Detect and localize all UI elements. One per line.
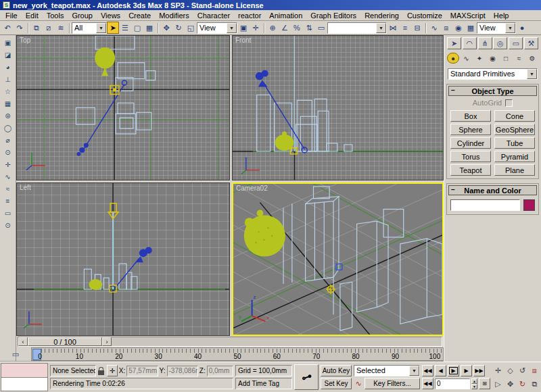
reactor-spring-icon[interactable]: ⊜ <box>2 110 14 121</box>
tab-display[interactable]: ▭ <box>509 37 523 49</box>
maxscript-mini-listener[interactable] <box>1 363 48 391</box>
material-editor-icon[interactable]: ◉ <box>452 22 465 34</box>
rectangular-selection-region-icon[interactable]: ▢ <box>131 22 143 34</box>
use-pivot-center-icon[interactable]: ▣ <box>237 22 250 34</box>
viewport-camera[interactable]: Camera02 <box>232 182 444 336</box>
spinner-up-icon[interactable]: ▲ <box>471 378 477 384</box>
menu-item[interactable]: Create <box>124 11 155 20</box>
percent-snap-icon[interactable]: % <box>291 22 303 34</box>
reactor-plane-icon[interactable]: ▦ <box>2 98 14 109</box>
chevron-down-icon[interactable]: ▼ <box>409 366 419 376</box>
previous-frame-button[interactable]: ◀ <box>435 365 446 376</box>
bind-to-space-warp-icon[interactable]: ≋ <box>55 22 67 34</box>
viewport-left[interactable]: Left <box>16 182 230 336</box>
selection-filter-dropdown[interactable]: All ▼ <box>72 22 107 34</box>
pan-view-icon[interactable]: ✥ <box>504 378 516 391</box>
track-bar-ruler[interactable]: 0102030405060708090100 <box>31 347 444 361</box>
menu-item[interactable]: Character <box>193 11 234 20</box>
y-coordinate-field[interactable]: -378,086mm <box>167 366 198 376</box>
menu-item[interactable]: Edit <box>22 11 43 20</box>
viewport-front[interactable]: Front <box>232 35 444 180</box>
chevron-down-icon[interactable]: ▼ <box>96 23 106 33</box>
reactor-toy-car-icon[interactable]: ≡ <box>2 195 14 206</box>
menu-item[interactable]: Customize <box>403 11 446 20</box>
menu-item[interactable]: Rendering <box>360 11 403 20</box>
tab-motion[interactable]: ◎ <box>493 37 507 49</box>
chevron-down-icon[interactable]: ▼ <box>376 23 386 33</box>
mirror-icon[interactable]: ⋈ <box>387 22 399 34</box>
object-type-button[interactable]: Pyramid <box>494 151 535 162</box>
edit-named-selections-icon[interactable]: ▭ <box>315 22 327 34</box>
tab-modify[interactable]: ◠ <box>463 37 477 49</box>
object-type-button[interactable]: GeoSphere <box>494 124 535 135</box>
time-slider-thumb[interactable]: 0 / 100 <box>28 337 102 346</box>
primitive-category-dropdown[interactable]: Standard Primitives ▼ <box>448 68 538 80</box>
tab-create[interactable]: ➤ <box>447 37 461 49</box>
time-configuration-button[interactable]: ⊞ <box>479 378 490 389</box>
create-cameras-icon[interactable]: ◉ <box>487 53 499 64</box>
tab-hierarchy[interactable]: ⋔ <box>478 37 492 49</box>
reactor-rope-icon[interactable]: ⊥ <box>2 74 14 84</box>
reactor-motor-icon[interactable]: ⊙ <box>2 147 14 157</box>
menu-item[interactable]: Animation <box>265 11 306 20</box>
object-color-swatch[interactable] <box>523 199 535 211</box>
set-key-button[interactable]: Set Key <box>321 378 352 389</box>
x-coordinate-field[interactable]: 57,57mm <box>126 366 158 376</box>
reactor-soft-body-icon[interactable]: ◕ <box>2 62 14 72</box>
frame-spinner[interactable]: ▲▼ <box>471 378 477 389</box>
object-type-button[interactable]: Teapot <box>450 164 491 176</box>
select-and-link-icon[interactable]: ⧉ <box>30 22 43 34</box>
menu-item[interactable]: Tools <box>43 11 68 20</box>
tab-utilities[interactable]: ⚒ <box>524 37 538 49</box>
object-type-button[interactable]: Tube <box>494 137 535 149</box>
reactor-capsule-icon[interactable]: ◯ <box>2 122 14 133</box>
select-and-scale-icon[interactable]: ◱ <box>185 22 197 34</box>
selection-lock-toggle[interactable] <box>97 367 105 375</box>
render-scene-icon[interactable]: ▦ <box>465 22 477 34</box>
viewport-label[interactable]: Camera02 <box>236 185 268 192</box>
default-tangents-icon[interactable]: ∿ <box>354 379 363 388</box>
listener-script-row[interactable] <box>1 378 47 391</box>
select-by-name-icon[interactable]: ☰ <box>119 22 131 34</box>
reactor-cloth-icon[interactable]: ◪ <box>2 49 14 60</box>
set-keys-button[interactable]: ⊶ <box>294 364 319 390</box>
reactor-water-icon[interactable]: ∿ <box>2 171 14 182</box>
viewport-label[interactable]: Top <box>20 36 30 44</box>
reactor-wind-icon[interactable]: ≈ <box>2 183 14 194</box>
viewport-top[interactable]: Top <box>16 35 230 180</box>
quick-render-icon[interactable]: ● <box>516 22 528 34</box>
create-shapes-icon[interactable]: ∿ <box>461 53 473 64</box>
menu-item[interactable]: Modifiers <box>155 11 193 20</box>
chevron-down-icon[interactable]: ▼ <box>227 23 237 33</box>
select-and-move-icon[interactable]: ✥ <box>160 22 172 34</box>
name-color-rollout-header[interactable]: − Name and Color <box>448 185 537 195</box>
layer-manager-icon[interactable]: ⊟ <box>411 22 423 34</box>
create-geometry-icon[interactable]: ● <box>447 53 459 64</box>
previous-frame-arrow-icon[interactable]: ‹ <box>18 337 28 346</box>
autogrid-checkbox[interactable] <box>505 99 513 107</box>
menu-item[interactable]: Graph Editors <box>306 11 360 20</box>
reactor-constraint-icon[interactable]: ⌀ <box>2 134 14 145</box>
object-type-button[interactable]: Sphere <box>450 124 491 135</box>
key-filters-button[interactable]: Key Filters... <box>364 378 420 389</box>
schematic-view-icon[interactable]: ⧈ <box>440 22 452 34</box>
snap-toggle-icon[interactable]: ⊕ <box>266 22 279 34</box>
redo-icon[interactable]: ↷ <box>14 22 26 34</box>
listener-macro-row[interactable] <box>1 364 47 378</box>
create-helpers-icon[interactable]: □ <box>500 53 512 64</box>
time-slider-track[interactable]: ‹ 0 / 100 › <box>18 337 442 347</box>
menu-item[interactable]: Views <box>97 11 124 20</box>
reactor-deform-mesh-icon[interactable]: ☆ <box>2 86 14 97</box>
menu-item[interactable]: Help <box>490 11 513 20</box>
named-selection-dropdown[interactable]: ▼ <box>327 22 387 34</box>
create-spacewarps-icon[interactable]: ≈ <box>513 53 525 64</box>
current-frame-field[interactable]: 0 <box>435 378 470 389</box>
go-to-start-button[interactable]: ◀◀ <box>422 365 433 376</box>
align-icon[interactable]: ≡ <box>399 22 411 34</box>
curve-editor-icon[interactable]: ∿ <box>428 22 440 34</box>
menu-item[interactable]: File <box>1 11 22 20</box>
angle-snap-icon[interactable]: ∠ <box>279 22 291 34</box>
zoom-all-icon[interactable]: ◇ <box>504 364 516 377</box>
menu-item[interactable]: MAXScript <box>446 11 490 20</box>
undo-icon[interactable]: ↶ <box>1 22 14 34</box>
